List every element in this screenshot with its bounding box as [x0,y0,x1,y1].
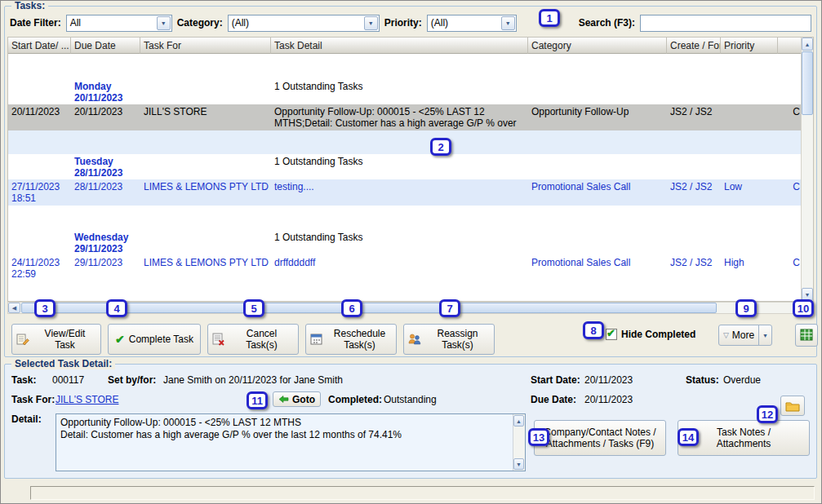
date-filter-select[interactable]: All ▼ [66,15,172,32]
task-row-selected[interactable]: 20/11/2023 20/11/2023 JILL'S STORE Oppor… [8,104,802,130]
complete-task-button[interactable]: ✔ Complete Task [108,324,201,355]
empty-cell [8,79,71,104]
empty-cell [8,230,71,255]
detail-textarea[interactable]: Opportunity Follow-Up: 000015 - <25% LAS… [56,413,526,471]
due-date-value: 20/11/2023 [584,394,633,405]
more-dropdown-button[interactable]: ▼ [758,325,772,346]
hide-completed-checkbox[interactable]: ✔ Hide Completed [606,328,695,341]
task-for-link[interactable]: JILL'S STORE [56,394,118,405]
more-button[interactable]: ▽ More [718,325,759,346]
column-header-clipped[interactable] [778,38,802,54]
task-detail-cell: testing.... [271,179,528,206]
group-day: Wednesday [74,232,139,243]
start-date-cell: 24/11/2023 22:59 [8,255,71,281]
group-row-monday: Monday 20/11/2023 1 Outstanding Tasks [8,79,802,104]
start-date: 20/11/2023 [11,106,69,117]
task-row[interactable]: 27/11/2023 18:51 28/11/2023 LIMES & LEMO… [8,179,802,206]
task-for-cell: JILL'S STORE [140,104,271,130]
chevron-down-icon[interactable]: ▼ [157,16,171,30]
company-contact-notes-button[interactable]: Company/Contact Notes / Attachments / Ta… [534,420,666,456]
priority-cell: High [721,255,778,281]
export-grid-button[interactable] [795,324,818,347]
set-by-label: Set by/for: [108,374,156,386]
empty-cell [140,154,271,179]
column-header-task-detail[interactable]: Task Detail [271,38,528,54]
group-summary: 1 Outstanding Tasks [271,230,528,255]
reschedule-task-button[interactable]: Reschedule Task(s) [305,324,397,355]
create-for-cell: JS2 / JS2 [667,179,721,206]
column-header-due-date[interactable]: Due Date [71,38,140,54]
group-date-cell: Wednesday 29/11/2023 [71,230,140,255]
grid-spacer-row [8,130,802,154]
detail-line-1: Opportunity Follow-Up: 000015 - <25% LAS… [60,417,509,429]
reschedule-task-label: Reschedule Task(s) [327,328,392,351]
start-date-cell: 27/11/2023 18:51 [8,179,71,206]
view-edit-task-button[interactable]: View/Edit Task [11,324,101,355]
annotation-3: 3 [34,299,56,317]
column-header-category[interactable]: Category [528,38,667,54]
category-filter-select[interactable]: (All) ▼ [228,15,380,32]
folder-icon [785,400,800,412]
category-cell: Promotional Sales Call [528,255,667,281]
tasks-panel-title: Tasks: [11,0,48,11]
priority-filter-select[interactable]: (All) ▼ [427,15,517,32]
start-time: 18:51 [11,192,69,204]
open-folder-button[interactable] [780,396,805,416]
clipped-cell: C [778,179,802,206]
start-date-cell: 20/11/2023 [8,104,71,130]
category-filter-value: (All) [229,17,363,29]
search-label: Search (F3): [579,17,635,29]
search-input[interactable] [640,15,811,32]
more-label: More [732,329,754,341]
set-by-value: Jane Smith on 20/11/2023 for Jane Smith [163,374,343,386]
category-cell: Opportunity Follow-Up [528,104,667,130]
cancel-task-label: Cancel Task(s) [229,328,294,351]
chevron-glyph: ▼ [368,20,374,26]
status-bar [30,486,815,500]
clipped-cell: C [778,255,802,281]
date-filter-value: All [67,17,156,29]
detail-scrollbar[interactable]: ▲ ▼ [513,414,525,471]
hide-completed-label: Hide Completed [621,329,695,340]
scroll-up-icon[interactable]: ▲ [513,415,524,427]
reassign-task-button[interactable]: Reassign Task(s) [403,324,495,355]
column-header-task-for[interactable]: Task For [140,38,271,54]
column-header-create-for[interactable]: Create / For [667,38,721,54]
scroll-up-icon[interactable]: ▲ [802,38,813,51]
complete-task-label: Complete Task [129,334,193,345]
scroll-left-icon[interactable]: ◀ [8,303,20,313]
grid-spacer-row [8,54,802,79]
grid-header: Start Date/ ... Due Date Task For Task D… [8,38,802,54]
horizontal-scrollbar[interactable]: ◀ ▶ [7,302,814,314]
checkbox-box[interactable]: ✔ [606,329,617,340]
start-date: 24/11/2023 [11,257,69,268]
task-label: Task: [11,374,36,386]
start-time: 22:59 [11,268,69,280]
priority-cell [721,104,778,130]
category-cell: Promotional Sales Call [528,179,667,206]
vertical-scrollbar[interactable]: ▲ ▼ [801,38,813,301]
column-header-priority[interactable]: Priority [721,38,778,54]
chevron-down-icon[interactable]: ▼ [501,16,515,30]
start-date-value: 20/11/2023 [584,374,633,386]
chevron-down-icon[interactable]: ▼ [364,16,378,30]
annotation-6: 6 [341,299,362,317]
group-date-cell: Tuesday 28/11/2023 [71,154,140,179]
group-day: Monday [74,81,139,92]
cancel-task-button[interactable]: Cancel Task(s) [207,324,299,355]
task-row[interactable]: 24/11/2023 22:59 29/11/2023 LIMES & LEMO… [8,255,802,281]
column-header-start-date[interactable]: Start Date/ ... [8,38,71,54]
status-value: Overdue [723,374,761,386]
task-grid-body: Monday 20/11/2023 1 Outstanding Tasks 20… [8,54,802,301]
people-icon [408,333,421,346]
chevron-glyph: ▼ [505,20,511,26]
tasks-window: Tasks: Date Filter: All ▼ Category: (All… [0,0,822,504]
goto-button[interactable]: Goto [273,391,321,407]
category-filter-label: Category: [177,17,223,29]
group-date: 29/11/2023 [74,243,139,254]
scroll-down-icon[interactable]: ▼ [513,458,524,470]
date-filter-label: Date Filter: [10,17,61,29]
empty-cell [140,230,271,255]
scrollbar-thumb[interactable] [802,51,813,115]
more-icon: ▽ [723,331,729,339]
